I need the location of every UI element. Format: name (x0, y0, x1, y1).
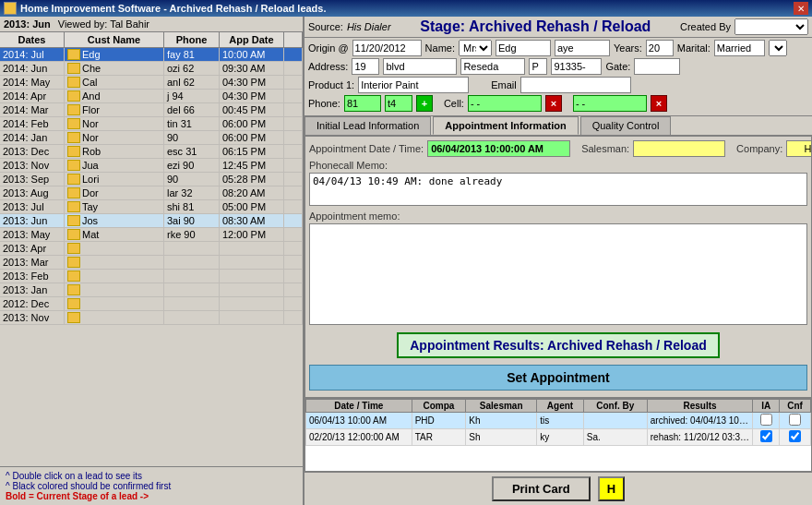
list-item[interactable]: 2013: Aug Dor lar 32 08:20 AM (0, 186, 303, 200)
first-name-input[interactable] (496, 40, 551, 56)
title-select[interactable]: Mrs (459, 40, 492, 56)
list-item[interactable]: 2013: Jul Tay shi 81 05:00 PM (0, 200, 303, 214)
list-item[interactable]: 2013: Apr (0, 242, 303, 256)
list-item[interactable]: 2014: Mar Flor del 66 00:45 PM (0, 103, 303, 117)
row-name: Lori (65, 173, 164, 186)
address-input[interactable] (352, 58, 379, 75)
row-time: 12:45 PM (220, 159, 284, 172)
phonecall-textarea[interactable] (309, 173, 807, 206)
created-by-select[interactable] (734, 18, 808, 35)
city-input[interactable] (460, 58, 525, 75)
table-header-cell: Cnf (780, 400, 811, 413)
col-appdate[interactable]: App Date (220, 32, 284, 47)
list-item[interactable]: 2013: Nov Jua ezi 90 12:45 PM (0, 159, 303, 173)
list-item[interactable]: 2013: Jun Jos 3ai 90 08:30 AM (0, 214, 303, 228)
row-name (65, 311, 164, 324)
list-item[interactable]: 2013: Sep Lori 90 05:28 PM (0, 173, 303, 186)
last-name-input[interactable] (555, 40, 610, 56)
list-item[interactable]: 2014: Jun Che ozi 62 09:30 AM (0, 62, 303, 76)
list-item[interactable]: 2013: Dec Rob esc 31 06:15 PM (0, 145, 303, 159)
list-item[interactable]: 2013: Jan (0, 283, 303, 297)
ia-checkbox-cell[interactable] (753, 413, 780, 429)
origin-date-input[interactable] (352, 40, 422, 56)
cell-ext-input[interactable] (573, 95, 647, 112)
row-date: 2013: Dec (0, 145, 65, 158)
source-label: Source: (308, 21, 343, 32)
years-input[interactable] (646, 40, 674, 56)
row-name: Dor (65, 186, 164, 199)
row-date: 2013: Jan (0, 283, 65, 296)
table-cell: TAR (412, 429, 466, 446)
leads-list[interactable]: 2014: Jul Edg fay 81 10:00 AM 2014: Jun … (0, 48, 303, 466)
cnf-checkbox-cell[interactable] (780, 429, 811, 446)
list-item[interactable]: 2014: Apr And j 94 04:30 PM (0, 90, 303, 103)
tab-quality-control[interactable]: Quality Control (580, 116, 672, 135)
salesman-input[interactable] (633, 140, 725, 157)
tab-appointment-info[interactable]: Appointment Information (433, 116, 578, 135)
cell-input[interactable] (468, 95, 542, 112)
cell-ext-call-button[interactable]: × (651, 95, 667, 112)
list-item[interactable]: 2013: Mar (0, 256, 303, 270)
row-phone: tin 31 (164, 117, 220, 130)
street-input[interactable] (383, 58, 457, 75)
list-item[interactable]: 2014: Jan Nor 90 06:00 PM (0, 131, 303, 145)
ia-checkbox[interactable] (760, 430, 772, 442)
cnf-checkbox[interactable] (789, 430, 801, 442)
folder-icon (67, 271, 80, 282)
row-time: 06:15 PM (220, 145, 284, 158)
cnf-checkbox[interactable] (789, 414, 801, 426)
list-item[interactable]: 2012: Dec (0, 297, 303, 311)
phone-input[interactable] (344, 95, 381, 112)
table-cell: PHD (412, 413, 466, 429)
row-extra (284, 145, 303, 158)
email-input[interactable] (520, 77, 631, 93)
phone-call-button[interactable]: + (416, 95, 433, 112)
list-item[interactable]: 2014: May Cal anl 62 04:30 PM (0, 76, 303, 90)
tab-initial-lead[interactable]: Initial Lead Information (304, 116, 431, 135)
marital-select[interactable] (769, 40, 787, 56)
salesman-label: Salesman: (581, 143, 629, 154)
row-time: 04:30 PM (220, 90, 284, 102)
form-row-phone: Phone: + Cell: × × (308, 95, 808, 112)
list-item[interactable]: 2013: Feb (0, 270, 303, 283)
row-phone: esc 31 (164, 145, 220, 158)
col-custname[interactable]: Cust Name (65, 32, 164, 47)
appt-date-input[interactable] (427, 140, 570, 157)
set-appointment-button[interactable]: Set Appointment (309, 365, 807, 391)
table-header-cell: Salesman (466, 400, 537, 413)
zip-input[interactable] (551, 58, 602, 75)
close-button[interactable]: ✕ (794, 2, 808, 15)
tabs-bar: Initial Lead Information Appointment Inf… (304, 116, 812, 136)
marital-input[interactable] (714, 40, 765, 56)
row-time: 04:30 PM (220, 76, 284, 89)
list-item[interactable]: 2013: Nov (0, 311, 303, 325)
list-item[interactable]: 2014: Feb Nor tin 31 06:00 PM (0, 117, 303, 131)
h-button[interactable]: H (598, 476, 625, 501)
row-name (65, 297, 164, 310)
phone-ext-input[interactable] (385, 95, 412, 112)
row-date: 2014: Jul (0, 48, 65, 61)
cell-label: Cell: (444, 98, 464, 109)
row-name: Nor (65, 131, 164, 144)
col-dates[interactable]: Dates (0, 32, 65, 47)
row-date: 2013: Aug (0, 186, 65, 199)
row-name: Cal (65, 76, 164, 89)
ia-checkbox-cell[interactable] (753, 429, 780, 446)
cnf-checkbox-cell[interactable] (780, 413, 811, 429)
col-phone[interactable]: Phone (164, 32, 220, 47)
row-date: 2014: Mar (0, 103, 65, 116)
folder-icon (67, 187, 80, 198)
state-input[interactable] (529, 58, 547, 75)
company-input[interactable] (786, 140, 812, 157)
gate-input[interactable] (634, 58, 680, 75)
cell-call-button[interactable]: × (545, 95, 562, 112)
list-item[interactable]: 2014: Jul Edg fay 81 10:00 AM (0, 48, 303, 62)
row-time (220, 297, 284, 310)
list-item[interactable]: 2013: May Mat rke 90 12:00 PM (0, 228, 303, 242)
product-input[interactable] (358, 77, 469, 93)
ia-checkbox[interactable] (760, 414, 772, 426)
table-header-cell: Date / Time (306, 400, 412, 413)
row-date: 2013: Apr (0, 242, 65, 255)
print-card-button[interactable]: Print Card (492, 476, 591, 501)
memo-textarea[interactable] (309, 223, 807, 325)
